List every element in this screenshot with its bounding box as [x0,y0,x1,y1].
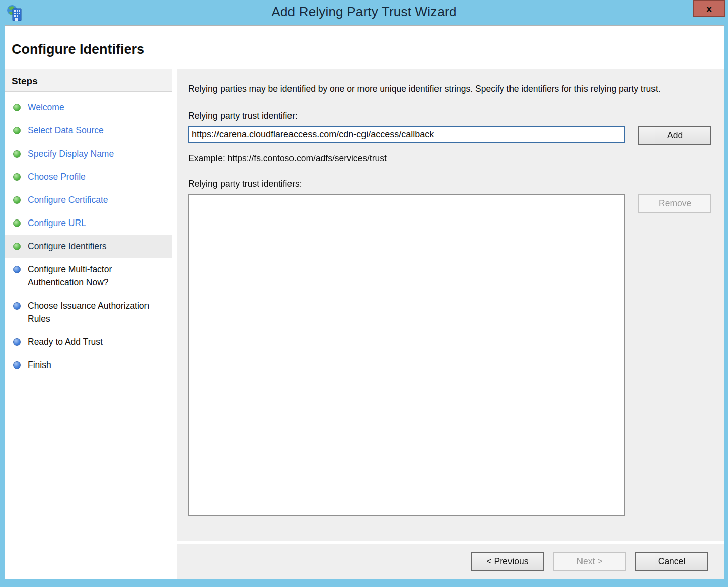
step-bullet-green-icon [13,219,21,227]
page-header: Configure Identifiers [5,26,724,69]
step-bullet-green-icon [13,104,21,111]
example-text: Example: https://fs.contoso.com/adfs/ser… [188,153,711,164]
step-label: Specify Display Name [28,147,152,160]
steps-heading: Steps [5,69,172,92]
step-label: Choose Profile [28,170,152,183]
footer-bar: < Previous Next > Cancel [177,544,724,579]
step-bullet-green-icon [13,196,21,204]
step-item-ready-to-add-trust: Ready to Add Trust [5,330,172,353]
step-bullet-green-icon [13,243,21,250]
identifier-label: Relying party trust identifier: [188,111,711,121]
step-bullet-blue-icon [13,361,21,369]
step-label: Welcome [28,101,152,114]
step-bullet-green-icon [13,173,21,181]
step-label: Ready to Add Trust [28,335,152,348]
step-bullet-blue-icon [13,266,21,273]
step-bullet-blue-icon [13,302,21,310]
adfs-wizard-icon [7,4,23,22]
step-item-configure-url[interactable]: Configure URL [5,211,172,235]
step-label: Configure Multi-factor Authentication No… [28,263,152,289]
window-title: Add Relying Party Trust Wizard [0,4,728,20]
step-item-configure-identifiers: Configure Identifiers [5,235,172,258]
step-label: Choose Issuance Authorization Rules [28,299,152,325]
steps-sidebar: Steps WelcomeSelect Data SourceSpecify D… [5,69,172,579]
step-item-welcome[interactable]: Welcome [5,96,172,119]
step-item-configure-multi-factor-authentication-now: Configure Multi-factor Authentication No… [5,258,172,294]
previous-button[interactable]: < Previous [471,552,544,571]
close-button[interactable]: x [693,0,725,17]
step-label: Configure URL [28,216,152,230]
intro-text: Relying parties may be identified by one… [188,82,703,96]
step-item-choose-profile[interactable]: Choose Profile [5,165,172,188]
step-bullet-blue-icon [13,338,21,346]
step-label: Select Data Source [28,124,152,137]
next-button[interactable]: Next > [553,552,626,571]
step-item-select-data-source[interactable]: Select Data Source [5,119,172,142]
titlebar: Add Relying Party Trust Wizard x [0,0,728,25]
add-button[interactable]: Add [638,126,711,145]
identifier-input[interactable] [188,126,625,143]
identifiers-listbox[interactable] [188,194,625,516]
identifiers-list-label: Relying party trust identifiers: [188,179,711,189]
step-item-configure-certificate[interactable]: Configure Certificate [5,188,172,211]
page-title: Configure Identifiers [5,26,724,57]
step-label: Configure Certificate [28,193,152,206]
content-pane: Relying parties may be identified by one… [177,69,724,541]
steps-list: WelcomeSelect Data SourceSpecify Display… [5,96,172,377]
step-bullet-green-icon [13,127,21,134]
step-bullet-green-icon [13,150,21,158]
step-label: Finish [28,358,152,372]
step-item-specify-display-name[interactable]: Specify Display Name [5,142,172,165]
step-item-choose-issuance-authorization-rules: Choose Issuance Authorization Rules [5,294,172,330]
cancel-button[interactable]: Cancel [635,552,708,571]
step-item-finish: Finish [5,353,172,377]
remove-button[interactable]: Remove [638,194,711,213]
step-label: Configure Identifiers [28,240,152,253]
previous-label: < [486,556,494,566]
wizard-window: Configure Identifiers Steps WelcomeSelec… [5,25,724,579]
